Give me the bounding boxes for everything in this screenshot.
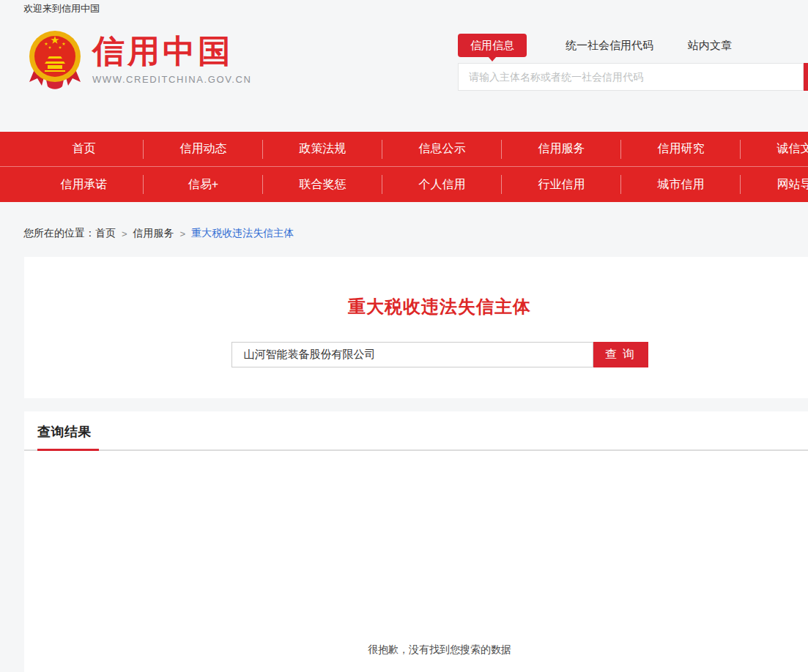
nav-item-personal-credit[interactable]: 个人信用 bbox=[382, 177, 502, 193]
empty-result-message: 很抱歉，没有找到您搜索的数据 bbox=[24, 643, 808, 657]
tab-site-articles[interactable]: 站内文章 bbox=[688, 39, 732, 53]
header-search-input[interactable] bbox=[458, 63, 804, 91]
tab-unified-social-credit-code[interactable]: 统一社会信用代码 bbox=[566, 39, 653, 53]
breadcrumb-current-page[interactable]: 重大税收违法失信主体 bbox=[191, 227, 294, 240]
nav-item-integrity-culture[interactable]: 诚信文化 bbox=[741, 141, 808, 157]
nav-item-credit-research[interactable]: 信用研究 bbox=[621, 141, 741, 157]
nav-item-info-disclosure[interactable]: 信息公示 bbox=[382, 141, 502, 157]
breadcrumb: 您所在的位置： 首页 > 信用服务 > 重大税收违法失信主体 bbox=[23, 227, 294, 240]
page-title: 重大税收违法失信主体 bbox=[24, 257, 808, 318]
nav-item-xinyi-plus[interactable]: 信易+ bbox=[144, 177, 263, 193]
query-search-input[interactable] bbox=[231, 342, 593, 367]
results-heading: 查询结果 bbox=[24, 411, 808, 441]
site-logo[interactable]: 信用中国 WWW.CREDITCHINA.GOV.CN bbox=[26, 28, 251, 91]
national-emblem-icon bbox=[26, 28, 84, 91]
nav-item-credit-news[interactable]: 信用动态 bbox=[144, 141, 263, 157]
breadcrumb-prefix: 您所在的位置： bbox=[23, 227, 95, 240]
header-search-button[interactable] bbox=[804, 63, 808, 91]
main-navigation: 首页 信用动态 政策法规 信息公示 信用服务 信用研究 诚信文化 信用承诺 信易… bbox=[0, 132, 808, 202]
query-search-button[interactable]: 查 询 bbox=[593, 342, 648, 367]
nav-item-credit-commitment[interactable]: 信用承诺 bbox=[24, 177, 144, 193]
nav-item-city-credit[interactable]: 城市信用 bbox=[621, 177, 741, 193]
nav-item-joint-reward-punishment[interactable]: 联合奖惩 bbox=[263, 177, 382, 193]
nav-item-policies[interactable]: 政策法规 bbox=[263, 141, 382, 157]
breadcrumb-separator: > bbox=[122, 228, 127, 239]
nav-item-home[interactable]: 首页 bbox=[24, 141, 144, 157]
results-panel: 查询结果 很抱歉，没有找到您搜索的数据 bbox=[24, 411, 808, 672]
nav-row-2: 信用承诺 信易+ 联合奖惩 个人信用 行业信用 城市信用 网站导航 bbox=[0, 167, 808, 202]
header-search-bar bbox=[458, 63, 808, 91]
nav-row-1: 首页 信用动态 政策法规 信息公示 信用服务 信用研究 诚信文化 bbox=[0, 132, 808, 167]
query-panel: 重大税收违法失信主体 查 询 bbox=[24, 257, 808, 398]
results-heading-divider bbox=[24, 449, 808, 451]
nav-item-credit-services[interactable]: 信用服务 bbox=[502, 141, 621, 157]
nav-item-industry-credit[interactable]: 行业信用 bbox=[502, 177, 621, 193]
query-search-bar: 查 询 bbox=[231, 342, 648, 367]
site-title: 信用中国 bbox=[92, 34, 251, 69]
nav-item-site-guide[interactable]: 网站导航 bbox=[741, 177, 808, 193]
tab-credit-info[interactable]: 信用信息 bbox=[458, 34, 527, 57]
site-url: WWW.CREDITCHINA.GOV.CN bbox=[92, 74, 251, 85]
breadcrumb-credit-services[interactable]: 信用服务 bbox=[133, 227, 174, 240]
header-search-tabs: 信用信息 统一社会信用代码 站内文章 bbox=[458, 34, 732, 57]
breadcrumb-home[interactable]: 首页 bbox=[95, 227, 116, 240]
breadcrumb-separator: > bbox=[180, 228, 186, 239]
welcome-text: 欢迎来到信用中国 bbox=[23, 2, 100, 15]
